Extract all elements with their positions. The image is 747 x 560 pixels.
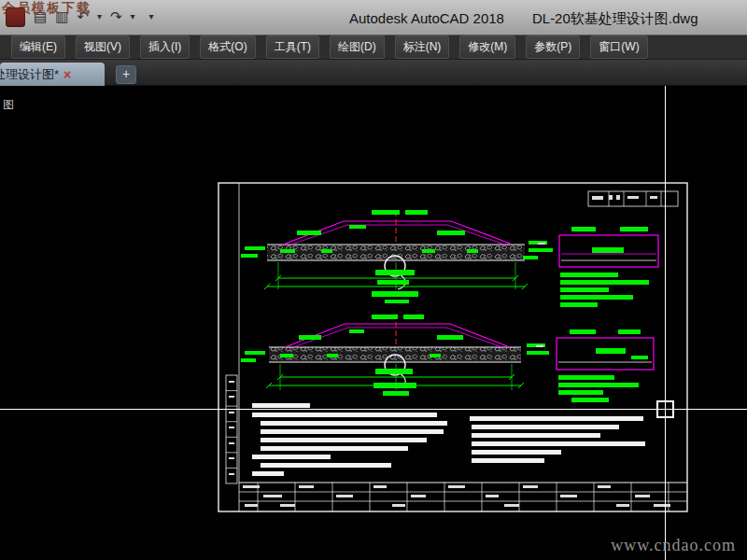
menu-item-edit[interactable]: 编辑(E) xyxy=(11,35,65,59)
plot-icon[interactable]: ▥ xyxy=(55,7,68,27)
menu-item-view[interactable]: 视图(V) xyxy=(76,35,130,59)
tab-close-icon[interactable]: × xyxy=(63,67,71,82)
window-title: Autodesk AutoCAD 2018 DL-20软基处理设计图.dwg xyxy=(349,10,698,28)
qat-menu-icon[interactable]: ▾ xyxy=(149,7,154,27)
window-titlebar: ▤ ▥ ↶ ▾ ↷ ▾ ▾ 会员模板下载 Autodesk AutoCAD 20… xyxy=(0,0,747,35)
document-title: DL-20软基处理设计图.dwg xyxy=(532,10,698,28)
menu-item-tools[interactable]: 工具(T) xyxy=(266,35,319,59)
title-block xyxy=(239,483,687,511)
menu-item-insert[interactable]: 插入(I) xyxy=(140,35,190,59)
menu-item-modify[interactable]: 修改(M) xyxy=(459,35,515,59)
file-tab[interactable]: 处理设计图* × xyxy=(0,63,105,86)
menubar: 编辑(E)视图(V)插入(I)格式(O)工具(T)绘图(D)标注(N)修改(M)… xyxy=(0,35,747,60)
new-tab-button[interactable]: + xyxy=(116,65,136,84)
redo-dropdown-icon[interactable]: ▾ xyxy=(131,7,135,27)
app-title: Autodesk AutoCAD 2018 xyxy=(349,10,504,28)
menu-item-draw[interactable]: 绘图(D) xyxy=(330,35,385,59)
canvas-corner-label: 图 xyxy=(3,97,14,113)
menu-item-window[interactable]: 窗口(W) xyxy=(590,35,647,59)
text-labels-green xyxy=(241,210,649,402)
app-logo-icon[interactable] xyxy=(6,7,25,27)
menu-item-dimension[interactable]: 标注(N) xyxy=(395,35,450,59)
menu-item-format[interactable]: 格式(O) xyxy=(200,35,255,59)
save-icon[interactable]: ▤ xyxy=(34,7,47,27)
redo-icon[interactable]: ↷ xyxy=(110,7,122,27)
file-tabbar: 处理设计图* × + xyxy=(0,60,747,86)
crosshair-cursor xyxy=(0,86,747,560)
menu-item-parametric[interactable]: 参数(P) xyxy=(526,35,580,59)
undo-dropdown-icon[interactable]: ▾ xyxy=(97,7,102,27)
drawing-canvas[interactable]: 图 www.cndao.com xyxy=(0,86,747,560)
quick-access-toolbar: ▤ ▥ ↶ ▾ ↷ ▾ ▾ xyxy=(6,7,154,27)
notes-text-lines xyxy=(252,403,645,476)
undo-icon[interactable]: ↶ xyxy=(77,7,89,27)
file-tab-label: 处理设计图* xyxy=(0,66,59,83)
cad-drawing xyxy=(0,86,747,560)
